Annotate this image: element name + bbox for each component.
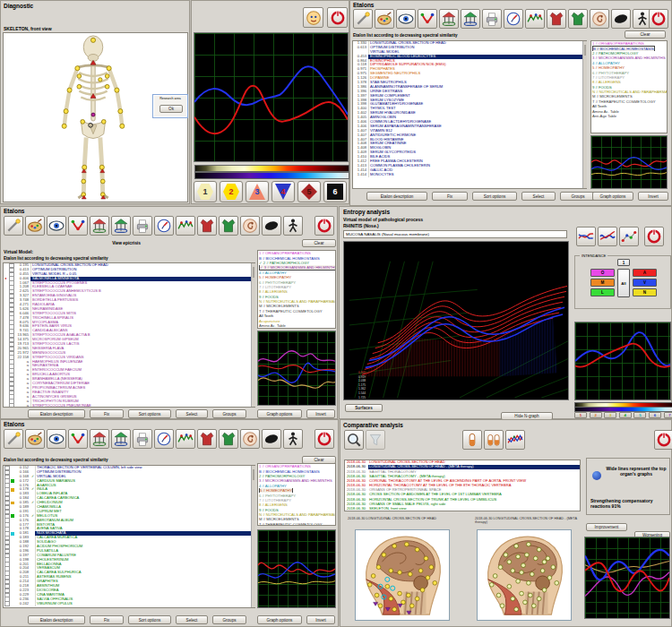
gauge-button[interactable] (154, 216, 174, 236)
intendance-all-button[interactable]: All (617, 269, 630, 297)
runner-button[interactable] (283, 429, 303, 449)
intendance-color-button[interactable]: N (633, 288, 657, 296)
etalon-list-item[interactable]: a STREPTOCOCCUS PNEUMONIAE (4, 404, 254, 408)
close-panel-button[interactable] (314, 216, 334, 236)
carousel-red-button[interactable] (439, 9, 459, 29)
list-scrollbar[interactable] (582, 41, 587, 188)
eye-button[interactable] (396, 9, 416, 29)
capsules-button[interactable] (484, 430, 504, 450)
category-item[interactable]: N # NUTRICEUTICALS AND PARAPHARMACEUTICA… (258, 299, 335, 304)
shirt-green-button[interactable] (219, 216, 238, 236)
carousel-green-button[interactable] (111, 429, 131, 449)
triad-button[interactable] (68, 429, 88, 449)
etalon-list[interactable]: 0.195 LONGITUDINAL CROSS-SECTION OF HEAD… (3, 262, 255, 408)
organ-select[interactable]: MUCOSA NASALIS (Nasal mucous membrane) (343, 230, 567, 238)
etalon-description-button[interactable]: Etalon description (28, 409, 85, 418)
capsule-button[interactable] (462, 430, 482, 450)
select-button[interactable]: Select (176, 615, 208, 624)
clear-button[interactable]: Clear (625, 30, 666, 39)
palette-button[interactable] (25, 216, 45, 236)
intendance-color-button[interactable]: V (633, 279, 657, 287)
etalon-list[interactable]: 0.152 THORACIC SECTION OF VERTEBRAL COLU… (3, 465, 255, 608)
select-button[interactable]: Select (176, 409, 208, 418)
category-item[interactable]: Anti-Age Table (258, 328, 335, 329)
triad-button[interactable] (68, 216, 88, 236)
fix-button[interactable]: Fix (432, 192, 468, 201)
shirt-green-button[interactable] (219, 429, 238, 449)
step-button[interactable]: 4 (619, 412, 632, 418)
category-item[interactable]: T # THERAPEUTIC COSMETOLOGY (258, 522, 335, 526)
graph-options-button[interactable]: Graph options (257, 615, 302, 624)
chart-points-button[interactable] (619, 227, 639, 246)
groups-button[interactable]: Groups (560, 192, 596, 201)
carousel-red-button[interactable] (90, 216, 109, 236)
sort-options-button[interactable]: Sort options (128, 409, 171, 418)
invert-button[interactable]: Invert (306, 615, 335, 624)
category-item[interactable]: Anti-Age Table (591, 114, 667, 118)
improvement-button[interactable]: Improvement (586, 523, 627, 531)
chart-lines-button[interactable] (576, 227, 596, 246)
intendance-color-button[interactable]: L (590, 288, 615, 296)
etalon-list[interactable]: 1.330 LONGITUDINAL CROSS-SECTION OF HEAD… (352, 40, 587, 189)
waveform-button[interactable] (176, 216, 195, 236)
disc-button[interactable] (262, 429, 281, 449)
fix-button[interactable]: Fix (90, 409, 124, 418)
category-list[interactable]: 1 # ORGANOPREPARATIONS B # BIOCHEMICAL H… (590, 40, 668, 133)
runner-button[interactable] (283, 216, 303, 236)
filter-button[interactable] (366, 430, 385, 450)
triad-button[interactable] (418, 9, 437, 29)
wand-button[interactable] (4, 216, 23, 236)
close-panel-button[interactable] (654, 430, 672, 450)
carousel-red-button[interactable] (90, 429, 109, 449)
etalon-description-button[interactable]: Etalon description (28, 615, 85, 624)
disc-button[interactable] (262, 216, 281, 236)
ok-button[interactable]: Ok (159, 105, 183, 113)
shirt-red-button[interactable] (197, 216, 217, 236)
groups-button[interactable]: Groups (212, 615, 246, 624)
marker-button[interactable]: 2 (220, 181, 243, 202)
step-button[interactable]: 5 (633, 412, 646, 418)
etalon-description-button[interactable]: Etalon description (366, 192, 427, 201)
embryo-button[interactable] (590, 9, 609, 29)
category-item[interactable]: T # THERAPEUTIC COSMETOLOGY (591, 99, 667, 104)
eye-button[interactable] (47, 429, 66, 449)
select-button[interactable]: Select (521, 192, 556, 201)
gauge-button[interactable] (154, 429, 174, 449)
record-item[interactable]: 2018-06-30 SKELETON, front view (345, 507, 580, 511)
close-panel-button[interactable] (327, 7, 348, 28)
shirt-red-button[interactable] (547, 9, 566, 29)
palette-button[interactable] (25, 429, 45, 449)
sort-options-button[interactable]: Sort options (128, 615, 171, 624)
waveform-button[interactable] (176, 429, 195, 449)
sort-options-button[interactable]: Sort options (472, 192, 517, 201)
intendance-1-button[interactable]: 1 (617, 259, 630, 266)
printer-button[interactable] (133, 429, 152, 449)
clear-button[interactable]: Clear (302, 239, 336, 247)
intendance-color-button[interactable]: O (590, 269, 615, 277)
entropy-3d-graph[interactable]: 0.9050.9191.0381.1751.3621.5441.725 (343, 241, 569, 400)
row-checkbox[interactable] (9, 404, 14, 408)
close-panel-button[interactable] (314, 429, 334, 449)
graph-options-button[interactable]: Graph options (257, 409, 302, 418)
etalon-list-item[interactable]: 0.242 VIBURNUM OPULUS (4, 602, 254, 606)
marker-button[interactable]: 3 (246, 181, 269, 202)
magnifier-button[interactable] (344, 430, 364, 450)
step-button[interactable]: 1 (574, 412, 587, 418)
printer-button[interactable] (133, 216, 152, 236)
shirt-green-button[interactable] (568, 9, 588, 29)
waveform-button[interactable] (525, 9, 545, 29)
step-button[interactable]: 3 (604, 412, 616, 418)
close-panel-button[interactable] (644, 227, 664, 246)
disc-button[interactable] (611, 9, 631, 29)
intendance-color-button[interactable]: A (633, 269, 657, 277)
marker-button[interactable]: 5 (297, 181, 321, 202)
carousel-green-button[interactable] (461, 9, 480, 29)
eye-button[interactable] (47, 216, 66, 236)
etalon-list-item[interactable]: 1.414 MONOCYTES (353, 173, 586, 177)
step-button[interactable]: 6 (649, 412, 661, 418)
printer-button[interactable] (482, 9, 502, 29)
fix-button[interactable]: Fix (90, 615, 124, 624)
skeleton-image[interactable]: Research area Ok (3, 32, 188, 202)
marker-button[interactable]: 1 (194, 181, 217, 202)
invert-button[interactable]: Invert (306, 409, 335, 418)
